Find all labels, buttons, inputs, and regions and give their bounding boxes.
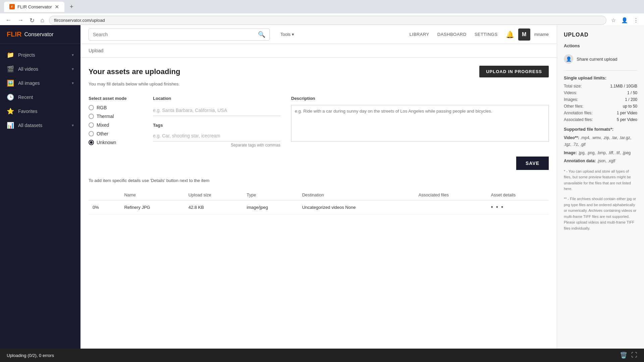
asset-details-menu-button[interactable]: • • • [491, 204, 504, 211]
sidebar-nav: 📁 Projects ▾ 🎬 All videos ▾ 🖼️ All image… [0, 44, 80, 362]
radio-mixed[interactable]: Mixed [89, 122, 142, 128]
radio-unknown[interactable]: Unknown [89, 140, 142, 145]
row-progress: 0% [89, 200, 120, 215]
row-associated [415, 200, 487, 215]
video-icon: 🎬 [7, 65, 14, 73]
limit-value: 5 per Video [617, 117, 637, 122]
format-type-annotation: Annotation data: [564, 159, 596, 163]
sidebar-item-all-images[interactable]: 🖼️ All images ▾ [0, 76, 80, 90]
row-destination: Uncategorized videos None [298, 200, 415, 215]
sidebar-item-all-videos[interactable]: 🎬 All videos ▾ [0, 62, 80, 76]
sidebar-item-favorites[interactable]: ⭐ Favorites [0, 104, 80, 118]
radio-thermal[interactable]: Thermal [89, 114, 142, 119]
limits-title: Single upload limits: [564, 75, 637, 80]
nav-links: LIBRARY DASHBOARD SETTINGS [410, 32, 498, 37]
location-label: Location [153, 96, 280, 101]
new-tab-button[interactable]: + [67, 2, 76, 12]
col-asset-details: Asset details [487, 190, 549, 200]
format-annotation: Annotation data: .json, .xgtf [564, 158, 637, 164]
location-input[interactable] [153, 105, 280, 116]
radio-btn-thermal[interactable] [89, 114, 94, 119]
radio-btn-other[interactable] [89, 131, 94, 136]
forward-button[interactable]: → [16, 15, 25, 25]
search-input[interactable] [93, 32, 255, 37]
radio-btn-mixed[interactable] [89, 122, 94, 128]
library-link[interactable]: LIBRARY [410, 32, 429, 37]
sidebar-item-all-datasets[interactable]: 📊 All datasets ▾ [0, 118, 80, 132]
sidebar-item-recent[interactable]: 🕒 Recent [0, 90, 80, 104]
limit-associated: Associated files: 5 per Video [564, 117, 637, 122]
table-row: 0% Refinery JPG 42.8 KB image/jpeg Uncat… [89, 200, 549, 215]
format-type-video: Video**: [564, 135, 579, 140]
bell-icon[interactable]: 🔔 [506, 31, 514, 39]
share-label: Share current upload [577, 57, 617, 62]
limit-other-files: Other files: up to 50 [564, 104, 637, 109]
menu-icon[interactable]: ⋮ [632, 16, 640, 25]
limit-label: Total size: [564, 84, 582, 88]
format-note1: * - You can upload and store all types o… [564, 169, 637, 192]
limit-label: Annotation files: [564, 111, 592, 115]
radio-label-mixed: Mixed [97, 122, 109, 128]
form-grid: Select asset mode RGB Thermal Mixed [89, 96, 549, 148]
star-icon: ⭐ [7, 108, 14, 115]
logo-flir: FLIR [7, 31, 21, 38]
browser-tab[interactable]: F FLIR Conservator ✕ [4, 2, 64, 12]
radio-btn-rgb[interactable] [89, 105, 94, 110]
sidebar-item-label: All images [18, 80, 68, 86]
sidebar-item-projects[interactable]: 📁 Projects ▾ [0, 48, 80, 62]
asset-mode-label: Select asset mode [89, 96, 142, 101]
dashboard-link[interactable]: DASHBOARD [437, 32, 467, 37]
expand-icon[interactable]: ⛶ [631, 352, 637, 359]
limit-value: up to 50 [623, 104, 637, 109]
bottom-bar: Uploading (0/2), 0 errors 🗑️ ⛶ [0, 349, 644, 362]
share-action[interactable]: 👤 Share current upload [564, 52, 637, 66]
tab-close-button[interactable]: ✕ [55, 4, 59, 10]
sidebar: FLIR Conservator 📁 Projects ▾ 🎬 All vide… [0, 25, 80, 362]
limit-annotation: Annotation files: 1 per Video [564, 111, 637, 115]
limit-videos: Videos: 1 / 50 [564, 90, 637, 95]
format-exts-annotation: .json, .xgtf [597, 159, 615, 163]
clock-icon: 🕒 [7, 94, 14, 101]
description-textarea[interactable] [291, 105, 549, 142]
back-button[interactable]: ← [4, 15, 13, 25]
sidebar-item-label: Projects [18, 52, 68, 58]
refresh-button[interactable]: ↻ [28, 15, 36, 25]
trash-icon[interactable]: 🗑️ [620, 352, 627, 359]
upload-status: Uploading (0/2), 0 errors [7, 353, 54, 358]
profile-icon[interactable]: 👤 [620, 16, 629, 25]
radio-btn-unknown[interactable] [89, 140, 94, 145]
chevron-down-icon: ▾ [72, 67, 74, 71]
browser-chrome: F FLIR Conservator ✕ + ← → ↻ ⌂ ☆ 👤 ⋮ [0, 0, 644, 25]
tools-button[interactable]: Tools ▾ [278, 31, 297, 38]
search-bar: 🔍 [89, 28, 270, 41]
save-button[interactable]: SAVE [516, 157, 549, 170]
format-exts-image: .jpg, .png, .bmp, .tiff, .tif, .jpeg [578, 150, 631, 155]
radio-other[interactable]: Other [89, 131, 142, 136]
upload-progress-button[interactable]: UPLOAD IN PROGRESS [479, 66, 549, 77]
upload-table: Name Upload size Type Destination Associ… [89, 190, 549, 215]
settings-link[interactable]: SETTINGS [475, 32, 498, 37]
tags-input[interactable] [153, 130, 280, 141]
format-type-image: Image: [564, 150, 577, 155]
row-size: 42.8 KB [184, 200, 243, 215]
chevron-down-icon: ▾ [72, 53, 74, 57]
radio-label-thermal: Thermal [97, 114, 114, 119]
sidebar-item-label: Favorites [18, 109, 74, 114]
radio-label-rgb: RGB [97, 105, 107, 110]
app-container: FLIR Conservator 📁 Projects ▾ 🎬 All vide… [0, 25, 644, 362]
sidebar-logo: FLIR Conservator [0, 25, 80, 44]
home-button[interactable]: ⌂ [39, 15, 46, 25]
dataset-icon: 📊 [7, 122, 14, 129]
address-bar[interactable] [49, 16, 606, 25]
star-icon[interactable]: ☆ [610, 16, 617, 25]
upload-subtitle: You may fill details below while upload … [89, 81, 549, 86]
browser-title-bar: F FLIR Conservator ✕ + [0, 0, 644, 13]
user-avatar[interactable]: M [518, 28, 530, 41]
tab-favicon: F [9, 4, 15, 9]
breadcrumb-label: Upload [89, 48, 103, 53]
location-section: Location Tags Separate tags with commas [153, 96, 280, 148]
chevron-down-icon: ▾ [292, 32, 294, 37]
radio-rgb[interactable]: RGB [89, 105, 142, 110]
row-name: Refinery JPG [120, 200, 184, 215]
save-row: SAVE [89, 157, 549, 170]
